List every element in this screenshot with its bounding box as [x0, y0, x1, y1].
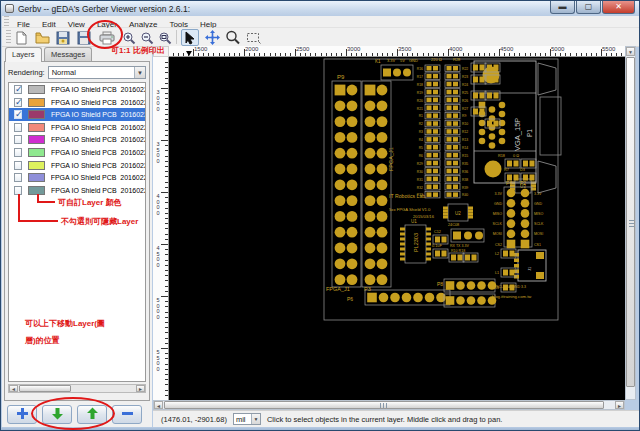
svg-text:R4: R4 — [419, 138, 423, 142]
layer-row[interactable]: FPGA IO Shield PCB_20160225- — [9, 146, 145, 159]
svg-text:R1: R1 — [419, 114, 423, 118]
move-layer-up-button[interactable] — [77, 405, 107, 424]
unit-combo[interactable]: mil ▼ — [233, 413, 261, 425]
layer-color-swatch[interactable] — [28, 85, 45, 94]
layer-row[interactable]: FPGA IO Shield PCB_20160225- — [9, 96, 145, 109]
svg-text:R16: R16 — [417, 67, 423, 71]
remove-layer-button[interactable] — [112, 405, 142, 424]
vertical-ruler: 300035004000450050005500 — [153, 57, 169, 400]
layer-visibility-checkbox[interactable] — [14, 173, 22, 182]
tab-messages[interactable]: Messages — [44, 47, 92, 61]
layer-name: FPGA IO Shield PCB_20160225- — [51, 124, 145, 131]
new-button[interactable] — [12, 29, 30, 46]
measure-tool-button[interactable] — [244, 29, 262, 46]
cursor-coordinates: (1476.01, -2901.68) — [161, 415, 227, 424]
svg-text:R28: R28 — [453, 57, 461, 62]
minimize-button[interactable]: ▬ — [550, 1, 575, 14]
svg-text:P2: P2 — [520, 180, 526, 186]
svg-text:R18: R18 — [417, 83, 423, 87]
svg-text:MISO: MISO — [534, 212, 543, 216]
svg-text:24C08: 24C08 — [448, 223, 459, 227]
layer-color-swatch[interactable] — [28, 148, 45, 157]
layer-visibility-checkbox[interactable] — [14, 85, 22, 94]
zoom-tool-icon — [225, 30, 240, 45]
scroll-right-icon[interactable]: ► — [615, 401, 624, 409]
layer-color-swatch[interactable] — [28, 110, 45, 119]
layer-visibility-checkbox[interactable] — [14, 123, 22, 132]
horizontal-ruler: 150020002500300035004000450050005500 — [169, 46, 625, 57]
layer-row[interactable]: FPGA IO Shield PCB_20160225.r — [9, 171, 145, 184]
layer-row[interactable]: FPGA IO Shield PCB_20160225- — [9, 83, 145, 96]
scrollbar-thumb[interactable] — [626, 57, 635, 387]
layer-list: FPGA IO Shield PCB_20160225-FPGA IO Shie… — [8, 82, 146, 382]
move-layer-down-button[interactable] — [42, 405, 72, 424]
svg-text:R29: R29 — [417, 162, 423, 166]
layer-visibility-checkbox[interactable] — [14, 135, 22, 144]
open-button[interactable] — [33, 29, 51, 46]
layer-color-swatch[interactable] — [28, 161, 45, 170]
rendering-combo[interactable]: Normal ▼ — [48, 66, 146, 79]
pan-tool-button[interactable] — [203, 29, 221, 46]
layer-row[interactable]: FPGA IO Shield PCB_20160225- — [9, 121, 145, 134]
layer-color-swatch[interactable] — [28, 123, 45, 132]
scroll-right-icon[interactable]: ► — [136, 385, 145, 392]
zoom-in-button[interactable] — [120, 29, 138, 46]
zoom-out-button[interactable] — [138, 29, 156, 46]
pcb-canvas[interactable]: R16R22R17R23R18R24R19R25R20R26R21R27R1R9… — [169, 57, 625, 400]
svg-text:J1: J1 — [527, 266, 532, 271]
tab-layers[interactable]: Layers — [5, 47, 42, 62]
scroll-left-icon[interactable]: ◄ — [154, 401, 163, 409]
layer-name: FPGA IO Shield PCB_20160225- — [51, 136, 145, 143]
layer-row[interactable]: FPGA IO Shield PCB_20160225- — [9, 159, 145, 172]
layer-color-swatch[interactable] — [28, 98, 45, 107]
layer-row[interactable]: FPGA IO Shield PCB_20160225- — [9, 133, 145, 146]
zoom-fit-icon — [158, 31, 172, 45]
layer-name: FPGA IO Shield PCB_20160225- — [51, 187, 145, 194]
layer-visibility-checkbox[interactable] — [14, 186, 22, 195]
svg-text:R38: R38 — [462, 178, 468, 182]
chevron-down-icon[interactable]: ▼ — [134, 67, 145, 78]
layer-visibility-checkbox[interactable] — [14, 148, 22, 157]
scrollbar-thumb[interactable] — [19, 385, 71, 392]
add-layer-button[interactable] — [7, 405, 37, 424]
up-arrow-icon — [86, 407, 99, 420]
layer-color-swatch[interactable] — [28, 135, 45, 144]
canvas-hscrollbar[interactable]: ◄ ► — [153, 400, 625, 410]
canvas-vscrollbar[interactable]: ▲ ▼ — [625, 46, 636, 400]
layer-visibility-checkbox[interactable] — [14, 110, 22, 119]
svg-text:R36: R36 — [462, 170, 468, 174]
toolbar-gripper[interactable] — [6, 30, 11, 45]
svg-text:GND: GND — [534, 202, 542, 206]
chevron-down-icon[interactable]: ▼ — [251, 414, 260, 424]
scrollbar-thumb[interactable] — [164, 401, 604, 409]
layer-list-hscrollbar[interactable]: ◄ ► — [8, 384, 146, 393]
revert-button[interactable] — [54, 29, 72, 46]
svg-text:R31: R31 — [417, 178, 423, 182]
svg-text:MOSI: MOSI — [534, 232, 543, 236]
layer-color-swatch[interactable] — [28, 186, 45, 195]
zoom-fit-button[interactable] — [156, 29, 174, 46]
svg-text:R5: R5 — [419, 146, 423, 150]
svg-text:SCL SDA GND 3.3: SCL SDA GND 3.3 — [496, 285, 526, 289]
layer-row[interactable]: FPGA IO Shield PCB_20160225- — [9, 108, 145, 121]
layer-name: FPGA IO Shield PCB_20160225- — [51, 86, 145, 93]
layer-color-swatch[interactable] — [28, 173, 44, 182]
save-button[interactable] — [75, 29, 93, 46]
layer-row[interactable]: FPGA IO Shield PCB_20160225- — [9, 184, 145, 197]
pointer-tool-button[interactable] — [181, 29, 199, 46]
svg-text:U1: U1 — [411, 219, 417, 224]
layer-name: FPGA IO Shield PCB_20160225- — [51, 149, 145, 156]
scroll-left-icon[interactable]: ◄ — [9, 385, 18, 392]
status-hint: Click to select objects in the current l… — [267, 415, 503, 424]
zoom-tool-button[interactable] — [223, 29, 241, 46]
layer-visibility-checkbox[interactable] — [14, 98, 22, 107]
close-button[interactable]: ✕ — [602, 1, 635, 14]
svg-text:GND: GND — [409, 58, 418, 63]
svg-text:CS1: CS1 — [534, 243, 541, 247]
menu-gripper[interactable] — [4, 16, 9, 27]
print-button[interactable] — [98, 29, 116, 46]
zoom-out-icon — [140, 31, 154, 45]
layer-visibility-checkbox[interactable] — [14, 161, 22, 170]
maximize-button[interactable]: ▢ — [576, 1, 601, 14]
scroll-down-icon[interactable]: ▼ — [626, 47, 635, 56]
